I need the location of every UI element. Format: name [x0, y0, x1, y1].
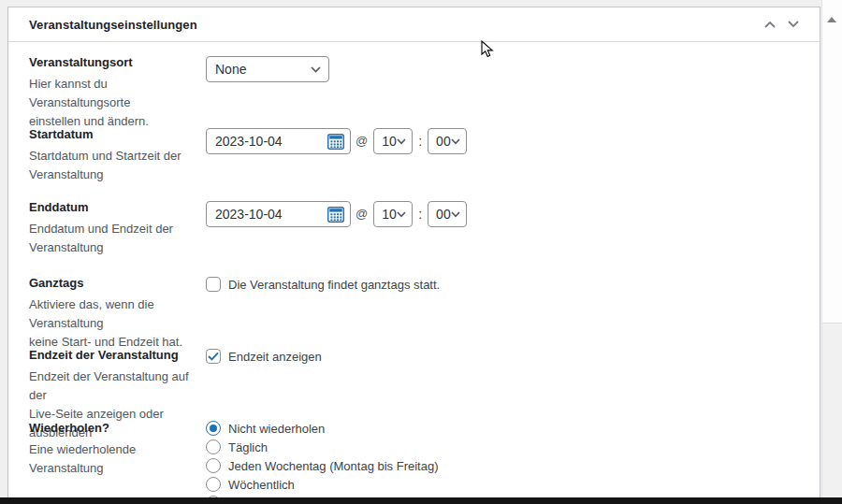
end-date-value: 2023-10-04: [215, 207, 283, 222]
venue-label: Veranstaltungsort: [29, 55, 206, 70]
repeat-label: Wiederholen?: [29, 421, 206, 436]
show-end-time-label: Endzeit der Veranstaltung: [29, 348, 206, 363]
start-date-label: Startdatum: [29, 127, 206, 142]
chevron-down-icon: [397, 211, 406, 218]
start-hour-value: 10: [382, 134, 397, 149]
repeat-option-weekdays: Jeden Wochentag (Montag bis Freitag): [206, 458, 803, 473]
start-date-value: 2023-10-04: [215, 134, 283, 149]
page-scrollbar[interactable]: [821, 0, 842, 504]
venue-select-value: None: [215, 62, 246, 77]
scrollbar-thumb[interactable]: [822, 0, 842, 324]
show-end-time-checkbox-label[interactable]: Endzeit anzeigen: [228, 348, 322, 366]
scrollbar-up-arrow-icon[interactable]: [827, 17, 836, 22]
repeat-radio-weekly[interactable]: [206, 477, 221, 492]
metabox-header-controls: [762, 17, 801, 32]
end-date-label: Enddatum: [29, 200, 206, 215]
end-hour-value: 10: [382, 207, 397, 222]
repeat-radio-daily[interactable]: [206, 439, 221, 454]
repeat-description: Eine wiederholende Veranstaltung: [29, 440, 206, 478]
field-row-venue: Veranstaltungsort Hier kannst du Veranst…: [29, 55, 803, 131]
repeat-radio-none[interactable]: [206, 421, 221, 436]
start-minute-select[interactable]: 00: [428, 128, 467, 154]
field-row-end-date: Enddatum Enddatum und Endzeit der Verans…: [29, 200, 803, 257]
start-hour-select[interactable]: 10: [373, 128, 413, 154]
chevron-down-icon: [451, 211, 460, 218]
move-down-button[interactable]: [786, 17, 801, 32]
panel-title: Veranstaltungseinstellungen: [29, 18, 197, 32]
chevron-down-icon: [311, 66, 321, 73]
page: Veranstaltungseinstellungen Veranstaltun…: [0, 0, 842, 504]
repeat-option-label[interactable]: Wöchentlich: [228, 478, 295, 492]
all-day-label: Ganztags: [29, 276, 206, 291]
repeat-option-none: Nicht wiederholen: [206, 421, 803, 436]
chevron-down-icon: [397, 138, 406, 145]
end-date-input[interactable]: 2023-10-04: [206, 201, 351, 227]
field-row-start-date: Startdatum Startdatum und Startzeit der …: [29, 127, 803, 184]
time-separator: :: [418, 134, 422, 149]
all-day-checkbox[interactable]: [206, 277, 221, 292]
start-date-description: Startdatum und Startzeit der Veranstaltu…: [29, 147, 206, 184]
time-separator: :: [418, 207, 422, 222]
repeat-option-label[interactable]: Täglich: [228, 440, 268, 454]
field-row-repeat: Wiederholen? Eine wiederholende Veransta…: [29, 421, 803, 504]
end-minute-select[interactable]: 00: [428, 201, 467, 227]
repeat-option-weekly: Wöchentlich: [206, 477, 803, 492]
venue-select[interactable]: None: [206, 56, 329, 82]
chevron-down-icon: [451, 138, 460, 145]
calendar-icon[interactable]: [327, 132, 345, 154]
end-minute-value: 00: [436, 207, 451, 222]
start-date-input[interactable]: 2023-10-04: [206, 128, 351, 154]
venue-description: Hier kannst du Veranstaltungsorte einste…: [29, 75, 206, 131]
repeat-radio-weekdays[interactable]: [206, 458, 221, 473]
event-settings-metabox: Veranstaltungseinstellungen Veranstaltun…: [7, 7, 820, 504]
repeat-option-daily: Täglich: [206, 439, 803, 454]
end-date-description: Enddatum und Endzeit der Veranstaltung: [29, 220, 206, 257]
repeat-option-label[interactable]: Jeden Wochentag (Montag bis Freitag): [228, 459, 439, 473]
show-end-time-checkbox[interactable]: [206, 349, 221, 364]
repeat-option-label[interactable]: Nicht wiederholen: [228, 422, 325, 436]
chevron-up-icon: [763, 20, 777, 29]
at-symbol: @: [356, 207, 368, 221]
all-day-description: Aktiviere das, wenn die Veranstaltung ke…: [29, 295, 206, 352]
checkmark-icon: [208, 352, 219, 361]
metabox-header[interactable]: Veranstaltungseinstellungen: [8, 7, 820, 42]
start-minute-value: 00: [436, 134, 451, 149]
chevron-down-icon: [787, 20, 800, 29]
move-up-button[interactable]: [762, 17, 777, 32]
field-row-all-day: Ganztags Aktiviere das, wenn die Veranst…: [29, 276, 803, 352]
end-hour-select[interactable]: 10: [373, 201, 413, 227]
calendar-icon[interactable]: [327, 205, 345, 227]
at-symbol: @: [356, 134, 368, 148]
all-day-checkbox-label[interactable]: Die Veranstaltung findet ganztags statt.: [228, 276, 440, 294]
bottom-edge-bar: [0, 497, 842, 504]
